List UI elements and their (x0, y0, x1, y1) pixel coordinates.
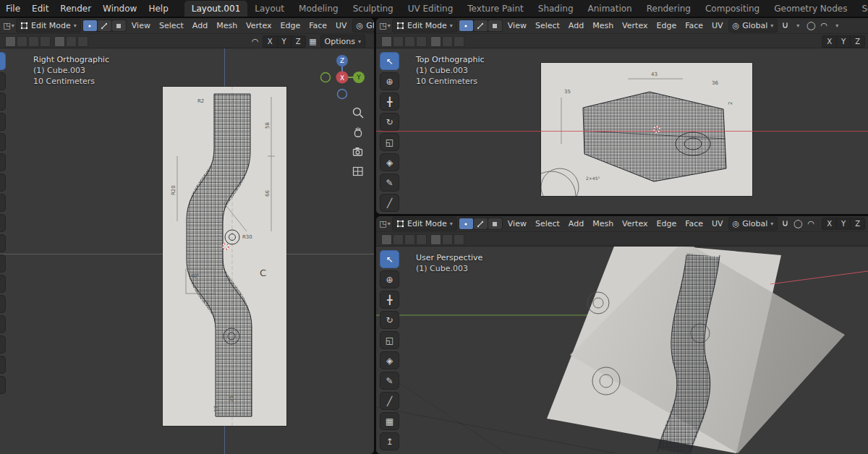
measure-tool[interactable]: ╱ (380, 194, 399, 212)
falloff-icon[interactable]: ◠ (250, 35, 261, 48)
menu-select[interactable]: Select (532, 219, 563, 228)
navigation-gizmo[interactable]: Z Y X (317, 52, 367, 103)
tool-button-partial[interactable] (0, 153, 6, 171)
menu-file[interactable]: File (0, 0, 26, 17)
toggle-button[interactable] (54, 36, 65, 47)
edge-select-button[interactable] (98, 20, 111, 31)
mirror-x-button[interactable]: X (822, 218, 837, 229)
vertex-select-button[interactable] (459, 20, 473, 31)
tool-button-partial[interactable] (0, 335, 6, 354)
menu-uv[interactable]: UV (708, 21, 727, 30)
menu-vertex[interactable]: Vertex (618, 219, 651, 228)
toggle-button[interactable] (77, 36, 88, 47)
toggle-button[interactable] (66, 36, 77, 47)
rotate-tool[interactable]: ↻ (380, 113, 399, 131)
workspace-tab[interactable]: Scripting (854, 1, 868, 17)
workspace-tab[interactable]: Sculpting (346, 1, 401, 17)
add-cube-tool[interactable]: ▦ (380, 412, 399, 430)
toggle-button[interactable] (393, 36, 404, 47)
workspace-tab[interactable]: Rendering (639, 1, 698, 17)
menu-view[interactable]: View (128, 21, 154, 30)
ortho-grid-icon[interactable] (352, 165, 365, 178)
workspace-tab[interactable]: Layout (247, 1, 292, 17)
tool-button-partial[interactable] (0, 254, 6, 273)
tool-button-partial[interactable] (0, 275, 6, 293)
mirror-x-button[interactable]: X (822, 36, 837, 47)
move-tool[interactable]: ╋ (380, 93, 399, 111)
mode-dropdown[interactable]: Edit Mode▾ (392, 217, 457, 231)
toggle-button[interactable] (17, 36, 27, 47)
transform-tool[interactable]: ◈ (380, 351, 399, 369)
menu-face[interactable]: Face (305, 21, 331, 30)
toggle-button[interactable] (404, 36, 415, 47)
snap-magnet-icon[interactable] (779, 20, 791, 32)
tool-button-partial[interactable] (0, 194, 6, 212)
orientation-dropdown[interactable]: ◎Global▾ (728, 217, 778, 231)
tool-button-partial[interactable] (0, 376, 6, 394)
workspace-tab[interactable]: Modeling (292, 1, 346, 17)
tool-button-partial[interactable] (0, 72, 6, 90)
menu-edit[interactable]: Edit (26, 0, 54, 17)
menu-face[interactable]: Face (681, 219, 707, 228)
scale-tool[interactable]: ◱ (380, 331, 399, 349)
face-select-button[interactable] (112, 20, 126, 31)
toggle-button[interactable] (442, 36, 453, 47)
workspace-tab[interactable]: Compositing (698, 1, 767, 17)
vertex-select-button[interactable] (459, 218, 473, 229)
toggle-button[interactable] (416, 36, 427, 47)
edge-select-button[interactable] (474, 218, 488, 229)
mirror-y-button[interactable]: Y (278, 36, 292, 47)
cursor-tool[interactable]: ⊕ (380, 270, 399, 288)
menu-help[interactable]: Help (142, 0, 174, 17)
scale-tool[interactable]: ◱ (380, 133, 399, 151)
toggle-button[interactable] (442, 234, 453, 245)
workspace-tab[interactable]: Shading (531, 1, 581, 17)
face-select-button[interactable] (488, 218, 502, 229)
mirror-x-button[interactable]: X (263, 36, 278, 47)
proportional-edit-icon[interactable]: ◯ (792, 218, 804, 230)
face-select-button[interactable] (488, 20, 502, 31)
tool-button-partial[interactable] (0, 234, 6, 252)
annotate-tool[interactable]: ✎ (380, 174, 399, 192)
workspace-tab[interactable]: Layout.001 (184, 1, 248, 17)
menu-edge[interactable]: Edge (652, 21, 680, 30)
toggle-button[interactable] (381, 36, 392, 47)
falloff-icon[interactable]: ◠ (818, 20, 830, 32)
mirror-z-button[interactable]: Z (292, 36, 305, 47)
tool-button-partial[interactable] (0, 356, 6, 374)
falloff-chevron-icon[interactable]: ▾ (831, 20, 843, 32)
menu-add[interactable]: Add (189, 21, 211, 30)
proportional-edit-icon[interactable]: ◯ (805, 20, 817, 32)
zoom-icon[interactable] (352, 106, 365, 119)
extrude-tool[interactable]: ↥ (380, 432, 399, 450)
toggle-button[interactable] (393, 234, 404, 245)
workspace-tab[interactable]: Animation (581, 1, 639, 17)
move-tool[interactable]: ╋ (380, 291, 399, 309)
toggle-button[interactable] (5, 36, 16, 47)
measure-tool[interactable]: ╱ (380, 392, 399, 410)
menu-add[interactable]: Add (565, 219, 587, 228)
pan-hand-icon[interactable] (352, 126, 365, 139)
toggle-button[interactable] (40, 36, 51, 47)
menu-vertex[interactable]: Vertex (242, 21, 275, 30)
menu-vertex[interactable]: Vertex (618, 21, 651, 30)
gizmo-neg-y[interactable] (321, 73, 331, 82)
menu-face[interactable]: Face (681, 21, 707, 30)
snap-grid-icon[interactable]: ▦ (307, 35, 319, 48)
viewport-perspective[interactable]: User Perspective (1) Cube.003 ↖ ⊕ ╋ ↻ ◱ … (376, 247, 868, 454)
menu-mesh[interactable]: Mesh (213, 21, 241, 30)
toggle-button[interactable] (430, 36, 441, 47)
snap-magnet-icon[interactable] (779, 218, 791, 230)
tool-button-partial[interactable] (0, 133, 6, 151)
toggle-button[interactable] (454, 36, 464, 47)
menu-uv[interactable]: UV (708, 219, 727, 228)
mirror-z-button[interactable]: Z (851, 36, 864, 47)
mirror-y-button[interactable]: Y (837, 218, 851, 229)
workspace-tab[interactable]: Texture Paint (460, 1, 530, 17)
menu-view[interactable]: View (504, 219, 530, 228)
menu-edge[interactable]: Edge (276, 21, 304, 30)
options-dropdown[interactable]: Options▾ (320, 35, 365, 48)
vertex-select-button[interactable] (83, 20, 97, 31)
falloff-icon[interactable]: ◠ (805, 218, 817, 230)
select-box-tool[interactable]: ↖ (380, 52, 399, 70)
